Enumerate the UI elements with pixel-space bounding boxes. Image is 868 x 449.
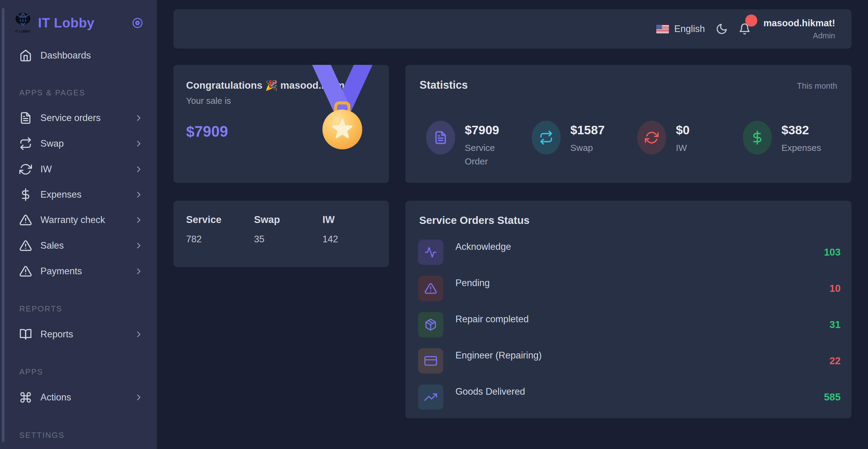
statistics-card: Statistics This month $7909 Service Orde… [405,65,851,183]
status-row-acknowledge: Acknowledge 103 [418,240,841,265]
congratulations-card: Congratulations 🎉 masood.hikmat! Your sa… [174,65,389,183]
alert-triangle-icon [418,276,443,301]
stat-value: $382 [781,123,821,137]
stat-value: $0 [676,123,690,137]
sidebar-section-apps-pages: APPS & PAGES [19,88,85,97]
file-text-icon [19,112,32,124]
sidebar-item-label: Service orders [40,113,101,123]
sidebar-item-label: Swap [40,138,64,149]
chevron-right-icon [134,215,144,225]
summary-col-iw: IW 142 [322,214,376,254]
sidebar-section-reports: REPORTS [19,304,62,313]
sidebar-item-label: Dashboards [40,50,91,61]
notifications-button[interactable] [739,23,751,35]
service-orders-status-card: Service Orders Status Acknowledge 103 Pe… [405,201,851,418]
topbar: English masood.hikmat! Admin [174,9,851,49]
status-row-label: Engineer (Repairing) [456,350,542,361]
status-row-value: 103 [824,246,841,258]
sidebar-item-swap[interactable]: Swap [0,131,157,156]
summary-col-swap: Swap 35 [254,214,322,254]
sidebar-item-dashboards[interactable]: Dashboards [0,43,157,68]
statistics-title: Statistics [420,79,468,91]
status-row-value: 22 [829,355,841,367]
status-row-engineer-repairing: Engineer (Repairing) 22 [418,348,841,373]
sidebar-item-sales[interactable]: Sales [0,233,157,258]
status-card-title: Service Orders Status [419,214,530,226]
user-role: Admin [763,31,835,40]
book-open-icon [19,328,32,341]
chevron-right-icon [134,113,144,123]
summary-label: Swap [254,214,322,226]
sidebar-item-warranty-check[interactable]: Warranty check [0,207,157,233]
alert-triangle-icon [19,214,32,226]
chevron-right-icon [134,139,144,148]
it-lobby-logo-icon: IT LOBBY [13,11,33,34]
sidebar-section-settings: SETTINGS [19,430,65,440]
sidebar-item-label: Warranty check [40,214,105,226]
dollar-icon [743,121,772,154]
status-row-label: Goods Delivered [456,386,525,397]
language-switcher[interactable]: English [656,24,705,34]
statistics-period: This month [797,82,837,91]
sidebar-item-actions[interactable]: Actions [0,385,157,410]
chevron-right-icon [134,241,144,250]
moon-icon [716,23,728,35]
us-flag-icon [656,25,669,33]
status-row-value: 10 [829,283,841,294]
sidebar-item-label: Expenses [40,189,82,200]
trending-up-icon [418,384,443,410]
dollar-icon [19,188,32,201]
file-text-icon [426,121,455,154]
status-row-pending: Pending 10 [418,276,841,301]
sidebar-item-label: Reports [40,329,73,340]
summary-card: Service 782 Swap 35 IW 142 [174,201,389,267]
sidebar-item-expenses[interactable]: Expenses [0,182,157,207]
sidebar-item-label: IW [40,164,52,175]
dark-mode-toggle[interactable] [716,23,728,35]
summary-value: 782 [186,234,254,245]
repeat-icon [532,121,561,154]
stat-label: Expenses [781,141,821,154]
summary-value: 142 [322,234,376,245]
command-icon [19,391,32,404]
stat-label: Service Order [465,141,515,168]
sidebar-item-label: Payments [40,266,82,277]
stat-iw: $0 IW [637,121,743,168]
status-row-goods-delivered: Goods Delivered 585 [418,384,841,410]
sidebar: IT LOBBY IT Lobby Dashboards APPS & PAGE… [0,0,157,449]
refresh-icon [19,163,32,176]
summary-col-service: Service 782 [186,214,254,254]
chevron-right-icon [134,190,144,200]
status-row-repair-completed: Repair completed 31 [418,312,841,337]
status-row-label: Repair completed [456,314,529,325]
stat-label: Swap [570,141,605,154]
credit-card-icon [418,348,443,373]
sidebar-item-service-orders[interactable]: Service orders [0,105,157,131]
repeat-icon [19,137,32,150]
status-row-value: 585 [824,391,841,403]
brand: IT LOBBY IT Lobby [13,10,144,36]
brand-title: IT Lobby [38,16,94,30]
stat-value: $1587 [570,123,605,137]
stat-expenses: $382 Expenses [743,121,848,168]
user-menu[interactable]: masood.hikmat! Admin [763,18,835,40]
status-row-value: 31 [829,319,841,330]
svg-text:IT LOBBY: IT LOBBY [15,30,31,33]
medal-icon [311,65,374,152]
sidebar-item-label: Sales [40,240,64,251]
sidebar-section-apps: APPS [19,367,43,377]
congratulations-subtitle: Your sale is [186,96,231,106]
chevron-right-icon [134,266,144,276]
chevron-right-icon [134,393,144,402]
package-icon [418,312,443,337]
activity-icon [418,240,443,265]
sidebar-item-payments[interactable]: Payments [0,259,157,284]
sync-icon [637,121,666,154]
sidebar-item-reports[interactable]: Reports [0,322,157,347]
chevron-right-icon [134,330,144,339]
sidebar-item-label: Actions [40,392,71,403]
stat-service-order: $7909 Service Order [426,121,532,168]
sidebar-item-iw[interactable]: IW [0,157,157,182]
stat-swap: $1587 Swap [532,121,637,168]
sidebar-collapse-toggle[interactable] [131,17,144,29]
